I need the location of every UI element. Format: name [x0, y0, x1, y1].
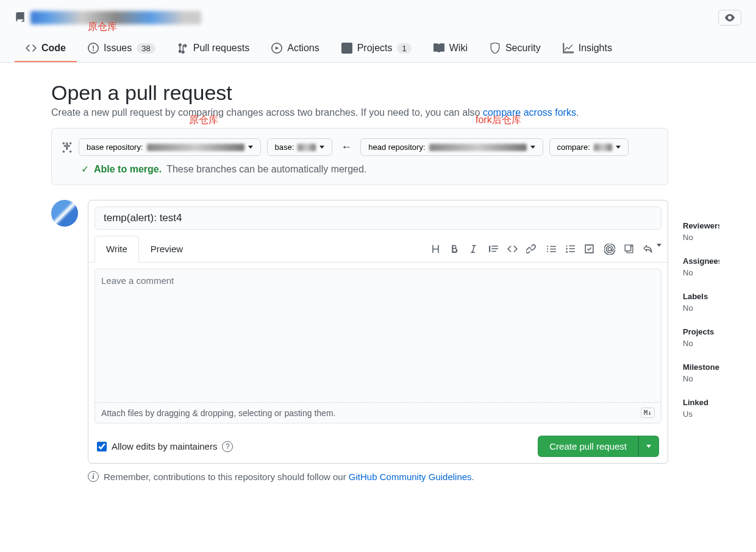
tab-label: Projects: [357, 43, 393, 54]
tab-projects[interactable]: Projects 1: [330, 35, 423, 62]
tab-label: Wiki: [449, 43, 468, 54]
pr-icon: [177, 43, 188, 54]
info-icon: i: [88, 471, 99, 482]
help-icon[interactable]: ?: [222, 441, 233, 452]
tab-label: Issues: [104, 43, 132, 54]
tab-insights[interactable]: Insights: [552, 35, 623, 62]
repo-tabs: Code Issues 38 Pull requests Actions Pro…: [15, 35, 741, 62]
write-tab[interactable]: Write: [94, 236, 139, 263]
avatar: [51, 200, 78, 227]
graph-icon: [563, 43, 574, 54]
tab-wiki[interactable]: Wiki: [423, 35, 479, 62]
issue-icon: [88, 43, 99, 54]
watch-button[interactable]: [718, 10, 741, 26]
annotation-orig-repo-2: 原仓库: [189, 114, 218, 127]
quote-icon[interactable]: [488, 244, 499, 254]
annotation-orig-repo: 原仓库: [88, 21, 117, 34]
guidelines-note: i Remember, contributions to this reposi…: [51, 464, 668, 494]
allow-edits-input[interactable]: [97, 442, 107, 451]
tab-count: 1: [397, 43, 411, 54]
comment-textarea[interactable]: [94, 269, 661, 403]
tab-code[interactable]: Code: [15, 35, 77, 62]
tab-security[interactable]: Security: [479, 35, 552, 62]
tab-count: 38: [137, 43, 155, 54]
bold-icon[interactable]: [449, 244, 460, 254]
sidebar-assignees[interactable]: AssigneesNo: [683, 257, 719, 277]
guidelines-link[interactable]: GitHub Community Guidelines: [349, 472, 472, 482]
arrow-left-icon: ←: [338, 141, 354, 154]
sidebar-labels[interactable]: LabelsNo: [683, 292, 719, 313]
tab-label: Code: [41, 43, 66, 54]
compare-branch-selector[interactable]: compare:: [549, 138, 629, 156]
tab-label: Insights: [579, 43, 612, 54]
head-repo-selector[interactable]: head repository:: [360, 138, 543, 156]
page-title: Open a pull request: [51, 81, 668, 105]
base-branch-selector[interactable]: base:: [267, 138, 333, 156]
allow-edits-checkbox[interactable]: Allow edits by maintainers ?: [97, 441, 233, 452]
create-pr-button[interactable]: Create pull request: [538, 436, 638, 457]
italic-icon[interactable]: [468, 244, 479, 254]
reply-icon[interactable]: [643, 244, 653, 254]
chevron-down-icon: [530, 146, 535, 149]
book-icon: [433, 43, 444, 54]
mention-icon[interactable]: [604, 244, 615, 255]
attach-bar[interactable]: Attach files by dragging & dropping, sel…: [94, 403, 661, 423]
crossref-icon[interactable]: [624, 244, 634, 254]
sidebar-projects[interactable]: ProjectsNo: [683, 327, 719, 348]
compare-icon: [62, 142, 73, 153]
sidebar-milestone[interactable]: MilestoneNo: [683, 363, 719, 383]
tab-label: Actions: [287, 43, 319, 54]
tab-actions[interactable]: Actions: [260, 35, 330, 62]
chevron-down-icon: [646, 445, 651, 448]
base-repo-selector[interactable]: base repository:: [79, 138, 261, 156]
merge-status: ✓ Able to merge. These branches can be a…: [81, 163, 658, 175]
ul-icon[interactable]: [546, 244, 557, 254]
chevron-down-icon[interactable]: [657, 244, 661, 247]
heading-icon[interactable]: [430, 244, 441, 254]
tab-label: Security: [505, 43, 541, 54]
sidebar-linked[interactable]: LinkedUs: [683, 398, 719, 419]
tab-label: Pull requests: [193, 43, 250, 54]
chevron-down-icon: [319, 146, 324, 149]
sidebar-reviewers[interactable]: ReviewersNo: [683, 221, 719, 242]
project-icon: [341, 43, 352, 54]
markdown-badge[interactable]: M↓: [641, 408, 655, 418]
check-icon: ✓: [81, 163, 89, 175]
page-subtitle: Create a new pull request by comparing c…: [51, 107, 668, 118]
tasklist-icon[interactable]: [584, 244, 594, 254]
repo-icon: [15, 12, 26, 23]
compare-box: 原仓库 fork后仓库 base repository: base: ← hea…: [51, 128, 668, 185]
link-icon[interactable]: [526, 244, 537, 254]
code-block-icon[interactable]: [507, 244, 518, 254]
preview-tab[interactable]: Preview: [139, 236, 194, 262]
tab-pulls[interactable]: Pull requests: [166, 35, 261, 62]
eye-icon: [725, 13, 735, 23]
play-icon: [271, 43, 282, 54]
shield-icon: [490, 43, 501, 54]
chevron-down-icon: [616, 146, 621, 149]
code-icon: [26, 43, 37, 54]
tab-issues[interactable]: Issues 38: [77, 35, 166, 62]
pr-title-input[interactable]: [94, 207, 661, 230]
create-pr-dropdown[interactable]: [638, 436, 659, 457]
annotation-fork-repo: fork后仓库: [476, 114, 521, 127]
ol-icon[interactable]: [565, 244, 576, 254]
chevron-down-icon: [248, 146, 253, 149]
